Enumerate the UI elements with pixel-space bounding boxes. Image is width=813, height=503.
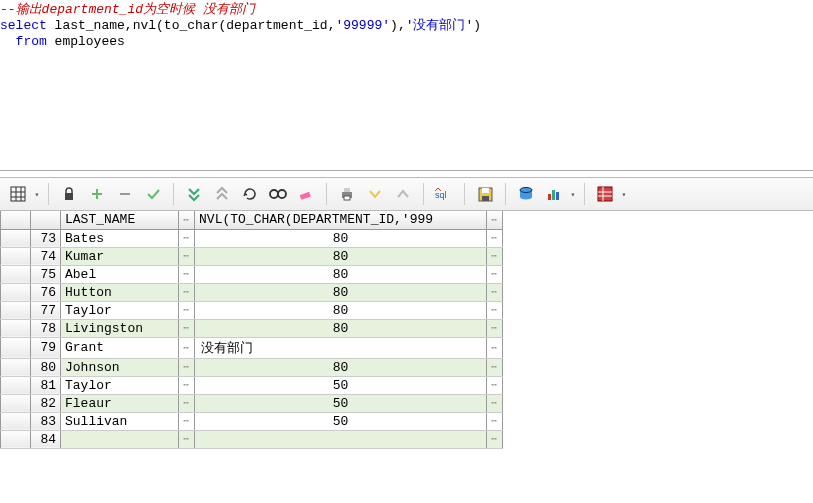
cell-expander[interactable]: ⋯ (487, 265, 503, 283)
cell-last-name[interactable]: Fleaur (61, 394, 179, 412)
dropdown-icon[interactable]: ▾ (568, 190, 578, 199)
expand-button[interactable] (389, 181, 417, 207)
row-selector[interactable] (1, 319, 31, 337)
fetch-next-button[interactable] (180, 181, 208, 207)
row-selector[interactable] (1, 358, 31, 376)
cell-last-name[interactable]: Johnson (61, 358, 179, 376)
commit-button[interactable] (139, 181, 167, 207)
column-resizer[interactable]: ⋯ (179, 211, 195, 229)
sql-editor[interactable]: --输出department_id为空时候 没有部门 select last_n… (0, 0, 813, 50)
cell-dept[interactable]: 没有部门 (195, 337, 487, 358)
column-header-nvl[interactable]: NVL(TO_CHAR(DEPARTMENT_ID,'999 (195, 211, 487, 229)
results-grid[interactable]: LAST_NAME ⋯ NVL(TO_CHAR(DEPARTMENT_ID,'9… (0, 211, 503, 449)
row-selector[interactable] (1, 229, 31, 247)
cell-dept[interactable] (195, 430, 487, 448)
delete-row-button[interactable] (111, 181, 139, 207)
cell-expander[interactable]: ⋯ (487, 319, 503, 337)
table-row[interactable]: 78Livingston⋯80⋯ (1, 319, 503, 337)
row-selector[interactable] (1, 247, 31, 265)
column-header-last-name[interactable]: LAST_NAME (61, 211, 179, 229)
cell-last-name[interactable]: Taylor (61, 376, 179, 394)
grid-corner[interactable] (1, 211, 31, 229)
cell-expander[interactable]: ⋯ (179, 430, 195, 448)
cell-expander[interactable]: ⋯ (487, 430, 503, 448)
cell-last-name[interactable]: Livingston (61, 319, 179, 337)
table-row[interactable]: 81Taylor⋯50⋯ (1, 376, 503, 394)
cell-expander[interactable]: ⋯ (487, 412, 503, 430)
row-selector[interactable] (1, 301, 31, 319)
row-selector[interactable] (1, 376, 31, 394)
cell-last-name[interactable]: Abel (61, 265, 179, 283)
rownum-header[interactable] (31, 211, 61, 229)
table-row[interactable]: 76Hutton⋯80⋯ (1, 283, 503, 301)
cell-dept[interactable]: 80 (195, 301, 487, 319)
clear-filter-button[interactable] (292, 181, 320, 207)
table-row[interactable]: 83Sullivan⋯50⋯ (1, 412, 503, 430)
cell-dept[interactable]: 80 (195, 358, 487, 376)
cell-expander[interactable]: ⋯ (487, 301, 503, 319)
cell-expander[interactable]: ⋯ (179, 319, 195, 337)
row-selector[interactable] (1, 283, 31, 301)
chart-button[interactable] (540, 181, 568, 207)
refresh-button[interactable] (236, 181, 264, 207)
add-row-button[interactable] (83, 181, 111, 207)
save-button[interactable] (471, 181, 499, 207)
cell-last-name[interactable]: Bates (61, 229, 179, 247)
table-row[interactable]: 82Fleaur⋯50⋯ (1, 394, 503, 412)
row-selector[interactable] (1, 265, 31, 283)
row-selector[interactable] (1, 337, 31, 358)
table-row[interactable]: 75Abel⋯80⋯ (1, 265, 503, 283)
cell-dept[interactable]: 80 (195, 283, 487, 301)
sql-view-button[interactable]: sql (430, 181, 458, 207)
cell-expander[interactable]: ⋯ (487, 376, 503, 394)
cell-expander[interactable]: ⋯ (487, 247, 503, 265)
table-row[interactable]: 73Bates⋯80⋯ (1, 229, 503, 247)
cell-dept[interactable]: 50 (195, 376, 487, 394)
cell-dept[interactable]: 80 (195, 265, 487, 283)
cell-expander[interactable]: ⋯ (179, 283, 195, 301)
cell-expander[interactable]: ⋯ (487, 229, 503, 247)
cell-dept[interactable]: 80 (195, 247, 487, 265)
table-layout-button[interactable] (591, 181, 619, 207)
cell-last-name[interactable]: Sullivan (61, 412, 179, 430)
table-row[interactable]: 77Taylor⋯80⋯ (1, 301, 503, 319)
table-row[interactable]: 74Kumar⋯80⋯ (1, 247, 503, 265)
row-selector[interactable] (1, 412, 31, 430)
cell-last-name[interactable] (61, 430, 179, 448)
cell-last-name[interactable]: Hutton (61, 283, 179, 301)
cell-expander[interactable]: ⋯ (487, 394, 503, 412)
cell-last-name[interactable]: Grant (61, 337, 179, 358)
lock-button[interactable] (55, 181, 83, 207)
collapse-button[interactable] (361, 181, 389, 207)
cell-expander[interactable]: ⋯ (179, 247, 195, 265)
grid-view-button[interactable] (4, 181, 32, 207)
cell-expander[interactable]: ⋯ (487, 337, 503, 358)
cell-expander[interactable]: ⋯ (179, 394, 195, 412)
find-button[interactable] (264, 181, 292, 207)
cell-dept[interactable]: 80 (195, 319, 487, 337)
cell-expander[interactable]: ⋯ (487, 283, 503, 301)
dropdown-icon[interactable]: ▾ (619, 190, 629, 199)
dropdown-icon[interactable]: ▾ (32, 190, 42, 199)
cell-expander[interactable]: ⋯ (179, 412, 195, 430)
cell-expander[interactable]: ⋯ (179, 301, 195, 319)
table-row[interactable]: 80Johnson⋯80⋯ (1, 358, 503, 376)
cell-expander[interactable]: ⋯ (179, 337, 195, 358)
cell-expander[interactable]: ⋯ (179, 229, 195, 247)
cell-expander[interactable]: ⋯ (179, 265, 195, 283)
column-resizer[interactable]: ⋯ (487, 211, 503, 229)
cell-expander[interactable]: ⋯ (487, 358, 503, 376)
table-row[interactable]: 79Grant⋯没有部门⋯ (1, 337, 503, 358)
print-button[interactable] (333, 181, 361, 207)
fetch-all-button[interactable] (208, 181, 236, 207)
cell-dept[interactable]: 50 (195, 412, 487, 430)
database-button[interactable] (512, 181, 540, 207)
cell-last-name[interactable]: Taylor (61, 301, 179, 319)
cell-dept[interactable]: 50 (195, 394, 487, 412)
table-row[interactable]: 84⋯⋯ (1, 430, 503, 448)
cell-expander[interactable]: ⋯ (179, 376, 195, 394)
cell-expander[interactable]: ⋯ (179, 358, 195, 376)
cell-last-name[interactable]: Kumar (61, 247, 179, 265)
row-selector[interactable] (1, 430, 31, 448)
row-selector[interactable] (1, 394, 31, 412)
